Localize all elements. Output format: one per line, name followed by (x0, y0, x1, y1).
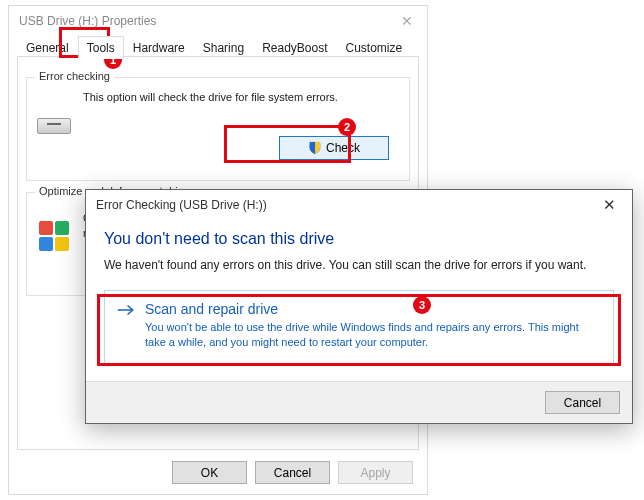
scan-repair-option[interactable]: Scan and repair drive You won't be able … (104, 290, 614, 364)
group-label-error-checking: Error checking (35, 70, 114, 82)
drive-icon (37, 114, 71, 136)
dialog-title: Error Checking (USB Drive (H:)) (96, 198, 267, 212)
close-icon[interactable]: ✕ (597, 194, 622, 216)
check-button[interactable]: Check (279, 136, 389, 160)
arrow-right-icon (117, 303, 135, 317)
properties-button-row: OK Cancel Apply (172, 461, 413, 484)
dialog-heading: You don't need to scan this drive (104, 230, 614, 248)
dialog-titlebar: Error Checking (USB Drive (H:)) ✕ (86, 190, 632, 220)
close-icon[interactable]: ✕ (395, 11, 419, 31)
dialog-message: We haven't found any errors on this driv… (104, 258, 614, 272)
error-checking-description: This option will check the drive for fil… (83, 90, 399, 105)
error-checking-dialog: Error Checking (USB Drive (H:)) ✕ You do… (85, 189, 633, 424)
cancel-button[interactable]: Cancel (255, 461, 330, 484)
tab-tools[interactable]: Tools (78, 36, 124, 59)
titlebar: USB Drive (H:) Properties ✕ (9, 6, 427, 36)
window-title: USB Drive (H:) Properties (19, 14, 156, 28)
dialog-footer: Cancel (86, 381, 632, 423)
apply-button: Apply (338, 461, 413, 484)
svg-rect-0 (310, 142, 315, 148)
scan-option-title: Scan and repair drive (145, 301, 599, 317)
dialog-body: You don't need to scan this drive We hav… (86, 220, 632, 364)
svg-rect-1 (315, 142, 320, 148)
ok-button[interactable]: OK (172, 461, 247, 484)
scan-option-description: You won't be able to use the drive while… (145, 320, 599, 351)
defrag-icon (37, 219, 71, 253)
check-button-label: Check (326, 141, 360, 155)
dialog-cancel-button[interactable]: Cancel (545, 391, 620, 414)
group-error-checking: Error checking This option will check th… (26, 77, 410, 181)
shield-icon (308, 141, 322, 155)
